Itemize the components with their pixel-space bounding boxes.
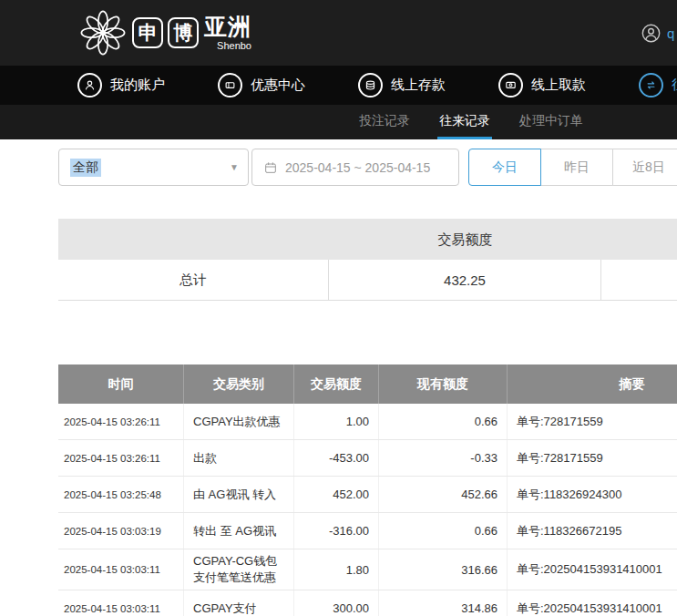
cell-note: 单号:118326672195 bbox=[508, 513, 677, 549]
logo-brand-text: Shenbo bbox=[217, 41, 251, 51]
transactions-table: 时间 交易类别 交易额度 现有额度 摘要 2025-04-15 03:26:11… bbox=[58, 364, 677, 616]
table-row: 2025-04-15 03:03:11 CGPAY支付 300.00 314.8… bbox=[58, 590, 677, 616]
summary-total-value: 432.25 bbox=[329, 260, 601, 300]
user-avatar-icon[interactable] bbox=[641, 24, 661, 43]
username[interactable]: q bbox=[667, 26, 674, 41]
tab-processing-orders[interactable]: 处理中订单 bbox=[518, 105, 585, 139]
column-header-type: 交易类别 bbox=[184, 364, 294, 404]
withdraw-icon bbox=[498, 73, 523, 98]
brand-logo[interactable]: 申 博 亚洲 Shenbo bbox=[78, 8, 251, 57]
promotions-icon bbox=[218, 73, 242, 98]
table-header-row: 时间 交易类别 交易额度 现有额度 摘要 bbox=[58, 364, 677, 404]
nav-item-label: 线上取款 bbox=[531, 77, 586, 94]
table-row: 2025-04-15 03:03:19 转出 至 AG视讯 -316.00 0.… bbox=[58, 513, 677, 549]
cell-type: CGPAY出款优惠 bbox=[184, 404, 294, 439]
nav-item-label: 我的账户 bbox=[110, 77, 165, 94]
cell-time: 2025-04-15 03:26:11 bbox=[58, 440, 184, 476]
select-selected-value: 全部 bbox=[70, 159, 101, 177]
table-row: 2025-04-15 03:26:11 CGPAY出款优惠 1.00 0.66 … bbox=[58, 404, 677, 440]
summary-column-header: 交易额度 bbox=[329, 219, 601, 260]
quick-filter-today-button[interactable]: 今日 bbox=[468, 149, 541, 186]
user-account-icon bbox=[77, 73, 102, 98]
summary-header-row: 交易额度 bbox=[58, 219, 677, 260]
summary-empty-cell bbox=[601, 260, 677, 300]
transactions-icon bbox=[639, 73, 663, 98]
cell-type: 转出 至 AG视讯 bbox=[184, 513, 294, 549]
user-area[interactable]: q bbox=[641, 24, 674, 43]
filter-bar: 全部 ▼ 2025-04-15 ~ 2025-04-15 今日 昨日 近8日 bbox=[58, 149, 677, 186]
cell-note: 单号:202504153931410001 bbox=[508, 590, 677, 616]
table-row: 2025-04-15 03:03:11 CGPAY-CG钱包支付笔笔送优惠 1.… bbox=[58, 549, 677, 590]
column-header-note: 摘要 bbox=[508, 364, 677, 404]
cell-balance: 314.86 bbox=[379, 590, 508, 616]
cell-amount: 1.00 bbox=[294, 404, 379, 439]
nav-item-deposit[interactable]: 线上存款 bbox=[358, 73, 446, 98]
cell-note: 单号:728171559 bbox=[508, 440, 677, 476]
nav-item-promotions[interactable]: 优惠中心 bbox=[218, 73, 305, 98]
page-inner: 申 博 亚洲 Shenbo q bbox=[0, 0, 677, 616]
logo-char-box: 博 bbox=[168, 17, 199, 48]
page: 申 博 亚洲 Shenbo q bbox=[0, 0, 677, 616]
cell-amount: 452.00 bbox=[294, 477, 379, 512]
type-filter-select[interactable]: 全部 ▼ bbox=[58, 149, 249, 186]
cell-amount: 1.80 bbox=[294, 549, 379, 590]
nav-item-transactions[interactable]: 往来记录 bbox=[639, 73, 677, 98]
quick-filter-last8days-button[interactable]: 近8日 bbox=[612, 149, 677, 186]
cell-balance: 0.66 bbox=[379, 404, 508, 439]
cell-type: 由 AG视讯 转入 bbox=[184, 477, 294, 512]
cell-note: 单号:728171559 bbox=[508, 404, 677, 439]
nav-item-label: 线上存款 bbox=[391, 77, 446, 94]
cell-time: 2025-04-15 03:25:48 bbox=[58, 477, 184, 512]
cell-balance: 0.66 bbox=[379, 513, 508, 549]
logo-char-box: 申 bbox=[132, 17, 163, 48]
cell-type: CGPAY支付 bbox=[184, 590, 294, 616]
cell-amount: 300.00 bbox=[294, 590, 379, 616]
chevron-down-icon: ▼ bbox=[230, 162, 239, 172]
nav-item-withdraw[interactable]: 线上取款 bbox=[498, 73, 586, 98]
top-header: 申 博 亚洲 Shenbo q bbox=[0, 0, 677, 66]
cell-amount: -453.00 bbox=[294, 440, 379, 476]
quick-filter-yesterday-button[interactable]: 昨日 bbox=[540, 149, 613, 186]
summary-total-label: 总计 bbox=[58, 260, 329, 300]
column-header-time: 时间 bbox=[58, 364, 184, 404]
cell-time: 2025-04-15 03:03:19 bbox=[58, 513, 184, 549]
transactions-body: 2025-04-15 03:26:11 CGPAY出款优惠 1.00 0.66 … bbox=[58, 404, 677, 616]
table-row: 2025-04-15 03:26:11 出款 -453.00 -0.33 单号:… bbox=[58, 440, 677, 477]
records-subnav: 投注记录 往来记录 处理中订单 bbox=[0, 105, 677, 139]
deposit-icon bbox=[358, 73, 383, 98]
cell-balance: -0.33 bbox=[379, 440, 508, 476]
table-row: 2025-04-15 03:25:48 由 AG视讯 转入 452.00 452… bbox=[58, 477, 677, 513]
summary-total-row: 总计 432.25 bbox=[58, 260, 677, 301]
cell-note: 单号:202504153931410001 bbox=[508, 549, 677, 590]
quick-date-buttons: 今日 昨日 近8日 bbox=[468, 149, 677, 186]
cell-time: 2025-04-15 03:03:11 bbox=[58, 590, 184, 616]
cell-type: CGPAY-CG钱包支付笔笔送优惠 bbox=[184, 549, 294, 590]
cell-amount: -316.00 bbox=[294, 513, 379, 549]
cell-balance: 316.66 bbox=[379, 549, 508, 590]
cell-balance: 452.66 bbox=[379, 477, 508, 512]
nav-item-label: 往来记录 bbox=[672, 77, 677, 94]
tab-transaction-records[interactable]: 往来记录 bbox=[437, 105, 492, 139]
flower-logo-icon bbox=[78, 8, 128, 57]
main-nav: 我的账户 优惠中心 线上存款 线上取款 bbox=[0, 66, 677, 105]
column-header-amount: 交易额度 bbox=[294, 364, 379, 404]
nav-item-my-account[interactable]: 我的账户 bbox=[77, 73, 165, 98]
column-header-balance: 现有额度 bbox=[379, 364, 508, 404]
date-range-picker[interactable]: 2025-04-15 ~ 2025-04-15 bbox=[251, 149, 459, 186]
summary-table: 交易额度 总计 432.25 bbox=[58, 219, 677, 301]
tab-betting-records[interactable]: 投注记录 bbox=[357, 105, 412, 139]
cell-time: 2025-04-15 03:03:11 bbox=[58, 549, 184, 590]
date-range-value: 2025-04-15 ~ 2025-04-15 bbox=[285, 160, 430, 175]
cell-note: 单号:118326924300 bbox=[508, 477, 677, 512]
cell-time: 2025-04-15 03:26:11 bbox=[58, 404, 184, 439]
calendar-icon bbox=[263, 160, 278, 175]
cell-type: 出款 bbox=[184, 440, 294, 476]
logo-region-text: 亚洲 bbox=[204, 15, 251, 38]
nav-item-label: 优惠中心 bbox=[251, 77, 305, 94]
